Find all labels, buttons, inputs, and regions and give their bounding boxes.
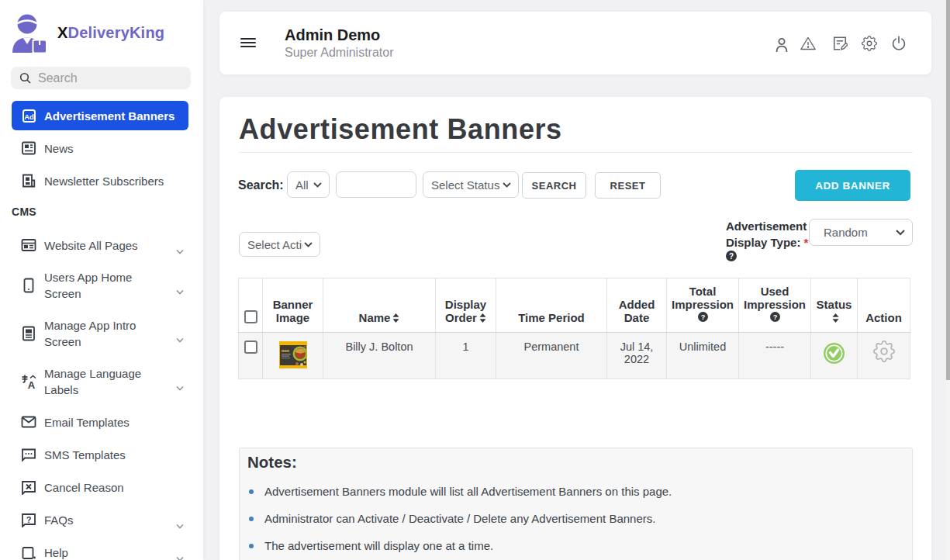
svg-text:?: ? — [729, 252, 734, 261]
svg-text:?: ? — [26, 515, 32, 524]
svg-text:?: ? — [700, 313, 705, 321]
svg-text:Ad: Ad — [24, 112, 34, 120]
svg-text:?: ? — [772, 313, 777, 321]
svg-text:A: A — [28, 379, 36, 389]
